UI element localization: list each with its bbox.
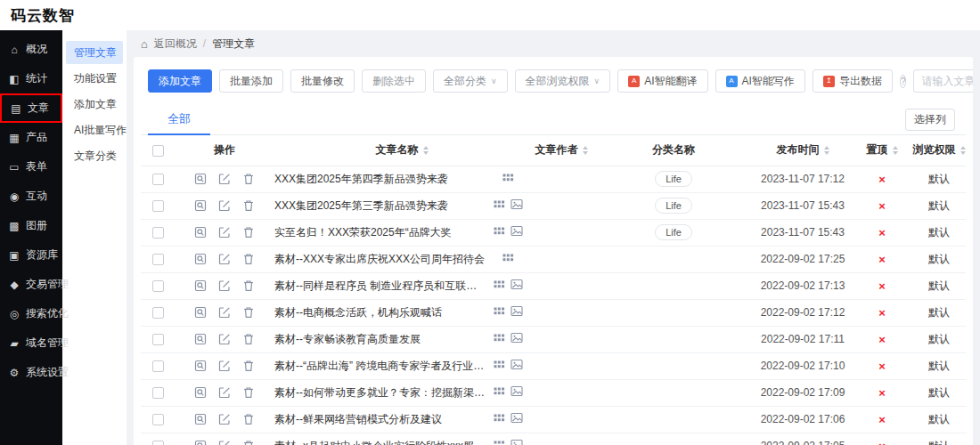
edit-icon[interactable] bbox=[218, 413, 231, 425]
edit-icon[interactable] bbox=[218, 333, 231, 345]
image-icon[interactable] bbox=[510, 225, 523, 237]
col-header-time[interactable]: 发布时间 bbox=[754, 135, 852, 166]
submenu-item-manage-articles[interactable]: 管理文章 bbox=[66, 41, 123, 64]
edit-icon[interactable] bbox=[218, 360, 231, 372]
submenu-item-add-article[interactable]: 添加文章 bbox=[66, 93, 123, 116]
edit-icon[interactable] bbox=[218, 306, 231, 319]
sidebar-item-seo[interactable]: ◎搜索优化 bbox=[0, 299, 62, 328]
article-name[interactable]: 素材--专家畅谈教育高质量发展 bbox=[274, 326, 486, 352]
preview-icon[interactable] bbox=[194, 440, 207, 445]
export-data-button[interactable]: ↥ 导出数据 bbox=[813, 69, 893, 93]
preview-icon[interactable] bbox=[194, 279, 207, 292]
top-flag[interactable]: × bbox=[852, 299, 912, 326]
article-name[interactable]: 素材--鲜果网络营销模式分析及建议 bbox=[274, 406, 486, 433]
preview-icon[interactable] bbox=[194, 199, 207, 212]
article-name[interactable]: XXX集团2025年第三季新品强势来袭 bbox=[274, 192, 486, 219]
image-icon[interactable] bbox=[510, 359, 523, 370]
delete-icon[interactable] bbox=[242, 413, 255, 425]
edit-icon[interactable] bbox=[218, 440, 231, 445]
top-flag[interactable]: × bbox=[852, 246, 912, 272]
sidebar-item-products[interactable]: ▦产品 bbox=[0, 123, 62, 152]
edit-icon[interactable] bbox=[218, 226, 231, 239]
grid-icon[interactable] bbox=[494, 198, 505, 210]
search-input[interactable] bbox=[921, 75, 973, 87]
delete-icon[interactable] bbox=[242, 333, 255, 345]
image-icon[interactable] bbox=[510, 332, 523, 344]
sort-icon[interactable] bbox=[960, 146, 966, 155]
permission-filter-select[interactable]: 全部浏览权限 ∨ bbox=[515, 69, 611, 93]
delete-icon[interactable] bbox=[242, 386, 255, 399]
sort-icon[interactable] bbox=[893, 146, 898, 155]
image-icon[interactable] bbox=[510, 385, 523, 397]
column-selector-button[interactable]: 选择列 bbox=[905, 109, 955, 131]
row-checkbox[interactable] bbox=[152, 360, 164, 372]
top-flag[interactable]: × bbox=[852, 433, 912, 445]
tab-all[interactable]: 全部 bbox=[148, 105, 210, 135]
top-flag[interactable]: × bbox=[852, 406, 912, 433]
add-article-button[interactable]: 添加文章 bbox=[148, 69, 212, 93]
grid-icon[interactable] bbox=[494, 279, 505, 290]
image-icon[interactable] bbox=[510, 279, 523, 290]
sidebar-item-domains[interactable]: ▰域名管理 bbox=[0, 328, 62, 358]
grid-icon[interactable] bbox=[494, 305, 505, 317]
delete-icon[interactable] bbox=[242, 360, 255, 372]
col-header-top[interactable]: 置顶 bbox=[852, 135, 912, 166]
delete-icon[interactable] bbox=[242, 440, 255, 445]
preview-icon[interactable] bbox=[194, 333, 207, 345]
preview-icon[interactable] bbox=[194, 226, 207, 239]
row-checkbox[interactable] bbox=[152, 200, 164, 212]
delete-icon[interactable] bbox=[242, 253, 255, 265]
top-flag[interactable]: × bbox=[852, 192, 912, 219]
row-checkbox[interactable] bbox=[152, 174, 164, 185]
image-icon[interactable] bbox=[510, 439, 523, 445]
preview-icon[interactable] bbox=[194, 306, 207, 319]
sidebar-item-resources[interactable]: ▣资源库 bbox=[0, 240, 62, 270]
home-icon[interactable]: ⌂ bbox=[141, 37, 148, 51]
image-icon[interactable] bbox=[510, 198, 523, 210]
article-name[interactable]: XXX集团2025年第四季新品强势来袭 bbox=[274, 166, 486, 192]
article-name[interactable]: 素材--同样是程序员 制造业程序员和互联网程序员有什么不... bbox=[274, 272, 486, 299]
top-flag[interactable]: × bbox=[852, 166, 912, 192]
col-header-name[interactable]: 文章名称 bbox=[274, 135, 529, 166]
batch-edit-button[interactable]: 批量修改 bbox=[290, 69, 355, 93]
row-checkbox[interactable] bbox=[152, 414, 164, 425]
row-checkbox[interactable] bbox=[152, 307, 164, 319]
sidebar-item-stats[interactable]: ◧统计 bbox=[0, 64, 62, 93]
delete-icon[interactable] bbox=[242, 199, 255, 212]
sidebar-item-articles[interactable]: ▤文章 bbox=[0, 93, 62, 123]
image-icon[interactable] bbox=[510, 412, 523, 424]
sidebar-item-settings[interactable]: ⚙系统设置 bbox=[0, 358, 62, 387]
delete-selected-button[interactable]: 删除选中 bbox=[362, 69, 426, 93]
row-checkbox[interactable] bbox=[152, 387, 164, 399]
top-flag[interactable]: × bbox=[852, 272, 912, 299]
col-header-author[interactable]: 文章作者 bbox=[529, 135, 593, 166]
col-header-permission[interactable]: 浏览权限 bbox=[912, 135, 966, 166]
preview-icon[interactable] bbox=[194, 360, 207, 372]
grid-icon[interactable] bbox=[494, 359, 505, 370]
article-name[interactable]: 实至名归！XXX荣获2025年“品牌大奖 bbox=[274, 219, 486, 246]
edit-icon[interactable] bbox=[218, 253, 231, 265]
row-checkbox[interactable] bbox=[152, 441, 164, 445]
top-flag[interactable]: × bbox=[852, 352, 912, 379]
preview-icon[interactable] bbox=[194, 173, 207, 185]
sidebar-item-albums[interactable]: ▩图册 bbox=[0, 211, 62, 240]
submenu-item-feature-settings[interactable]: 功能设置 bbox=[66, 67, 123, 90]
grid-icon[interactable] bbox=[494, 385, 505, 397]
edit-icon[interactable] bbox=[218, 199, 231, 212]
preview-icon[interactable] bbox=[194, 413, 207, 425]
top-flag[interactable]: × bbox=[852, 379, 912, 406]
preview-icon[interactable] bbox=[194, 386, 207, 399]
delete-icon[interactable] bbox=[242, 173, 255, 185]
edit-icon[interactable] bbox=[218, 386, 231, 399]
sidebar-item-overview[interactable]: ⌂概况 bbox=[0, 35, 62, 64]
delete-icon[interactable] bbox=[242, 226, 255, 239]
sidebar-item-interaction[interactable]: ◉互动 bbox=[0, 182, 62, 211]
grid-icon[interactable] bbox=[494, 412, 505, 424]
sort-icon[interactable] bbox=[423, 146, 429, 155]
edit-icon[interactable] bbox=[218, 173, 231, 185]
grid-icon[interactable] bbox=[494, 225, 505, 237]
ai-write-button[interactable]: A AI智能写作 bbox=[715, 69, 805, 93]
grid-icon[interactable] bbox=[502, 172, 514, 183]
row-checkbox[interactable] bbox=[152, 334, 164, 345]
sort-icon[interactable] bbox=[583, 146, 588, 155]
